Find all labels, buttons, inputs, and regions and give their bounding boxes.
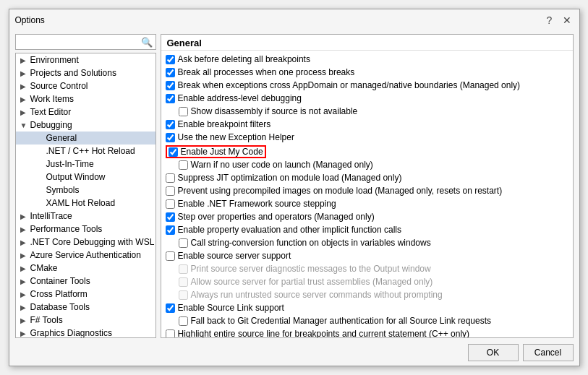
- option-label[interactable]: Enable address-level debugging: [166, 93, 302, 105]
- option-label[interactable]: Break when exceptions cross AppDomain or…: [166, 80, 521, 92]
- tree-label: F# Tools: [30, 315, 153, 325]
- option-row: Allow source server for partial trust as…: [166, 276, 568, 289]
- option-row: Break when exceptions cross AppDomain or…: [166, 79, 568, 92]
- tree-item-projects[interactable]: ▶ Projects and Solutions: [16, 66, 155, 79]
- tree-item-debug-general[interactable]: General: [16, 132, 155, 145]
- tree-item-graphics[interactable]: ▶ Graphics Diagnostics: [16, 327, 155, 338]
- option-label[interactable]: Break all processes when one process bre…: [166, 67, 355, 79]
- option-checkbox[interactable]: [166, 81, 175, 90]
- option-checkbox[interactable]: [166, 303, 175, 313]
- option-label-disabled[interactable]: Always run untrusted source server comma…: [179, 290, 443, 301]
- search-icon: 🔍: [141, 37, 153, 48]
- option-checkbox[interactable]: [166, 173, 175, 183]
- search-input[interactable]: [19, 37, 141, 47]
- option-row: Ask before deleting all breakpoints: [166, 53, 568, 66]
- option-label[interactable]: Highlight entire source line for breakpo…: [166, 329, 470, 337]
- option-checkbox[interactable]: [166, 68, 175, 77]
- option-checkbox[interactable]: [179, 238, 188, 248]
- tree-label: Environment: [30, 55, 153, 65]
- option-row: Suppress JIT optimization on module load…: [166, 172, 568, 185]
- tree-item-fsharp[interactable]: ▶ F# Tools: [16, 314, 155, 327]
- option-label[interactable]: Warn if no user code on launch (Managed …: [179, 160, 373, 171]
- option-checkbox: [179, 264, 188, 274]
- tree-item-cmake[interactable]: ▶ CMake: [16, 262, 155, 275]
- option-label[interactable]: Enable breakpoint filters: [166, 119, 271, 131]
- tree-item-netcore-debug[interactable]: ▶ .NET Core Debugging with WSL: [16, 236, 155, 249]
- tree-item-text-editor[interactable]: ▶ Text Editor: [16, 105, 155, 118]
- option-label[interactable]: Use the new Exception Helper: [166, 132, 294, 144]
- option-label[interactable]: Enable .NET Framework source stepping: [166, 199, 336, 210]
- option-label-disabled[interactable]: Print source server diagnostic messages …: [179, 264, 431, 275]
- tree-item-perf-tools[interactable]: ▶ Performance Tools: [16, 223, 155, 236]
- tree-item-debug-hotreload[interactable]: .NET / C++ Hot Reload: [16, 145, 155, 158]
- option-checkbox[interactable]: [166, 212, 175, 222]
- option-checkbox[interactable]: [166, 225, 175, 235]
- option-checkbox[interactable]: [166, 120, 175, 129]
- tree-item-container[interactable]: ▶ Container Tools: [16, 275, 155, 288]
- option-row: Enable breakpoint filters: [166, 118, 568, 132]
- option-checkbox[interactable]: [179, 316, 188, 326]
- option-row: Prevent using precompiled images on modu…: [166, 185, 568, 198]
- option-label[interactable]: Fall back to Git Credential Manager auth…: [179, 316, 492, 327]
- tree-item-debug-jit[interactable]: Just-In-Time: [16, 158, 155, 171]
- title-bar-buttons: ? ✕: [543, 14, 574, 27]
- dialog-title: Options: [15, 15, 45, 25]
- option-checkbox: [179, 277, 188, 287]
- option-checkbox[interactable]: [166, 133, 175, 142]
- close-button[interactable]: ✕: [561, 14, 574, 27]
- option-checkbox[interactable]: [166, 186, 175, 196]
- tree-item-environment[interactable]: ▶ Environment: [16, 53, 155, 66]
- tree-label: Debugging: [30, 120, 153, 130]
- option-label[interactable]: Call string-conversion function on objec…: [179, 238, 431, 249]
- tree-label: .NET / C++ Hot Reload: [46, 146, 153, 156]
- tree-label: Just-In-Time: [46, 159, 153, 169]
- tree-label: Performance Tools: [30, 224, 153, 234]
- chevron-right-icon: ▶: [20, 264, 30, 272]
- tree-item-debug-output[interactable]: Output Window: [16, 171, 155, 184]
- tree-item-cross-platform[interactable]: ▶ Cross Platform: [16, 288, 155, 301]
- tree-item-debug-symbols[interactable]: Symbols: [16, 184, 155, 197]
- option-label[interactable]: Step over properties and operators (Mana…: [166, 212, 375, 223]
- chevron-right-icon: ▶: [20, 238, 30, 246]
- tree-label: CMake: [30, 263, 153, 273]
- option-checkbox[interactable]: [179, 107, 188, 116]
- option-label[interactable]: Enable source server support: [166, 251, 291, 262]
- tree-panel[interactable]: ▶ Environment ▶ Projects and Solutions ▶…: [15, 53, 156, 338]
- title-bar: Options ? ✕: [9, 9, 579, 30]
- option-checkbox: [179, 290, 188, 300]
- option-checkbox-enable-just-my-code[interactable]: [169, 147, 178, 157]
- option-checkbox[interactable]: [166, 329, 175, 337]
- tree-item-work-items[interactable]: ▶ Work Items: [16, 92, 155, 105]
- cancel-button[interactable]: Cancel: [523, 344, 574, 361]
- option-checkbox[interactable]: [179, 160, 188, 170]
- option-checkbox[interactable]: [166, 251, 175, 261]
- tree-label: Database Tools: [30, 302, 153, 312]
- option-label[interactable]: Suppress JIT optimization on module load…: [166, 173, 402, 184]
- ok-button[interactable]: OK: [468, 344, 519, 361]
- option-row: Always run untrusted source server comma…: [166, 289, 568, 302]
- option-row: Enable Source Link support: [166, 302, 568, 315]
- tree-item-intellitrace[interactable]: ▶ IntelliTrace: [16, 210, 155, 223]
- tree-item-debugging[interactable]: ▼ Debugging: [16, 118, 155, 132]
- help-button[interactable]: ?: [543, 14, 556, 27]
- option-checkbox[interactable]: [166, 55, 175, 64]
- option-row: Enable property evaluation and other imp…: [166, 224, 568, 237]
- option-row: Step over properties and operators (Mana…: [166, 211, 568, 224]
- chevron-right-icon: ▶: [20, 69, 30, 77]
- tree-item-azure-auth[interactable]: ▶ Azure Service Authentication: [16, 249, 155, 262]
- tree-item-source-control[interactable]: ▶ Source Control: [16, 79, 155, 92]
- option-label[interactable]: Show disassembly if source is not availa…: [179, 106, 358, 118]
- option-row: Warn if no user code on launch (Managed …: [166, 159, 568, 172]
- option-checkbox[interactable]: [166, 199, 175, 209]
- option-label[interactable]: Ask before deleting all breakpoints: [166, 54, 310, 66]
- tree-item-debug-xaml[interactable]: XAML Hot Reload: [16, 197, 155, 210]
- option-label[interactable]: Enable Source Link support: [166, 303, 284, 314]
- option-label-disabled[interactable]: Allow source server for partial trust as…: [179, 277, 433, 288]
- tree-label: Projects and Solutions: [30, 68, 153, 78]
- chevron-right-icon: ▶: [20, 56, 30, 64]
- option-checkbox[interactable]: [166, 94, 175, 103]
- option-label[interactable]: Prevent using precompiled images on modu…: [166, 186, 503, 197]
- tree-item-database[interactable]: ▶ Database Tools: [16, 301, 155, 314]
- option-label[interactable]: Enable property evaluation and other imp…: [166, 225, 402, 236]
- highlighted-option-wrapper: Enable Just My Code: [166, 145, 266, 158]
